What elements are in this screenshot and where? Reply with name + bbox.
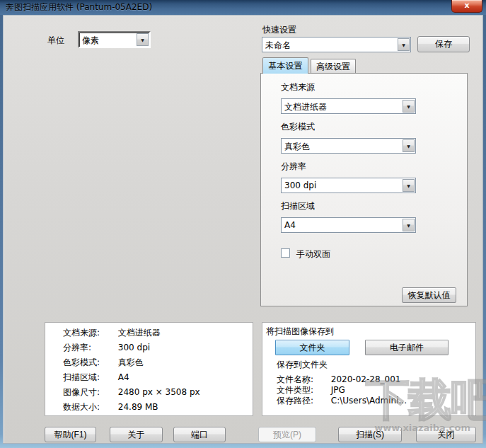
document-source-value: 文档进纸器 [282, 99, 402, 113]
scan-area-dropdown[interactable]: A4 ▼ [281, 217, 416, 233]
color-mode-value: 真彩色 [282, 139, 402, 153]
save-destination-panel: 将扫描图像保存到 文件夹 电子邮件 保存到文件夹 文件名称: 2020-02-2… [262, 322, 476, 416]
chevron-down-icon[interactable]: ▼ [137, 33, 149, 46]
manual-duplex-checkbox[interactable] [281, 248, 290, 258]
window-title: 奔图扫描应用软件 (Pantum-05A2ED) [6, 1, 152, 13]
info-value: 真彩色 [118, 357, 144, 369]
save-path-value: C:\Users\Admini... [331, 396, 407, 406]
close-icon: x [464, 1, 469, 10]
chevron-down-icon[interactable]: ▼ [398, 38, 410, 51]
close-window-button[interactable]: x [451, 0, 482, 13]
info-row: 文档来源: 文档进纸器 [63, 327, 161, 339]
about-button[interactable]: 关于 [110, 427, 163, 442]
color-mode-dropdown[interactable]: 真彩色 ▼ [281, 138, 416, 154]
help-button[interactable]: 帮助(F1) [45, 427, 96, 442]
file-name-value: 2020-02-28_001 [331, 374, 401, 384]
info-row: 色彩模式: 真彩色 [63, 357, 144, 369]
info-value: 文档进纸器 [118, 327, 161, 339]
quick-settings-value: 未命名 [262, 38, 397, 52]
scan-button[interactable]: 扫描(S) [338, 427, 402, 442]
color-mode-label: 色彩模式 [281, 121, 315, 133]
save-path-label: 保存路径: [277, 395, 328, 407]
scan-area-label: 扫描区域 [281, 200, 315, 212]
save-to-email-button[interactable]: 电子邮件 [365, 340, 449, 355]
info-row: 扫描区域: A4 [63, 372, 129, 384]
chevron-down-icon[interactable]: ▼ [403, 100, 415, 113]
save-to-folder-subtitle: 保存到文件夹 [277, 359, 328, 371]
file-type-value: JPG [331, 385, 345, 395]
document-source-dropdown[interactable]: 文档进纸器 ▼ [281, 98, 416, 114]
info-label: 分辨率: [63, 342, 115, 354]
app-window: 奔图扫描应用软件 (Pantum-05A2ED) x 单位 像素 ▼ 快速设置 … [0, 0, 486, 448]
document-source-label: 文档来源 [281, 81, 315, 93]
chevron-down-icon[interactable]: ▼ [403, 179, 415, 192]
info-row: 分辨率: 300 dpi [63, 342, 150, 354]
preview-button: 预览(P) [258, 427, 316, 442]
info-value: 2480 px × 3508 px [118, 387, 200, 397]
unit-dropdown-value: 像素 [79, 33, 136, 47]
info-label: 图像尺寸: [63, 386, 115, 398]
info-value: 300 dpi [118, 343, 150, 352]
resolution-label: 分辨率 [281, 161, 306, 173]
resolution-value: 300 dpi [282, 178, 402, 193]
resolution-dropdown[interactable]: 300 dpi ▼ [281, 178, 416, 193]
info-label: 文档来源: [63, 327, 115, 339]
tab-advanced-settings[interactable]: 高级设置 [311, 59, 356, 74]
scan-area-value: A4 [282, 218, 402, 232]
save-path-row: 保存路径: C:\Users\Admini... [277, 395, 407, 407]
chevron-down-icon[interactable]: ▼ [403, 139, 415, 152]
unit-label: 单位 [47, 35, 64, 47]
save-to-folder-button[interactable]: 文件夹 [275, 340, 349, 355]
chevron-down-icon[interactable]: ▼ [403, 219, 415, 231]
quick-settings-dropdown[interactable]: 未命名 ▼ [262, 37, 411, 52]
info-value: A4 [118, 372, 129, 382]
scan-info-panel: 文档来源: 文档进纸器 分辨率: 300 dpi 色彩模式: 真彩色 扫描区域:… [45, 322, 253, 416]
info-label: 数据大小: [63, 401, 115, 413]
info-row: 图像尺寸: 2480 px × 3508 px [63, 386, 200, 398]
info-row: 数据大小: 24.89 MB [63, 401, 158, 413]
port-button[interactable]: 端口 [173, 427, 226, 442]
unit-dropdown[interactable]: 像素 ▼ [78, 31, 151, 48]
tab-basic-settings[interactable]: 基本设置 [262, 57, 308, 74]
info-label: 扫描区域: [63, 372, 115, 384]
save-destination-title: 将扫描图像保存到 [266, 326, 334, 338]
info-value: 24.89 MB [118, 402, 158, 412]
close-button[interactable]: 关闭 [416, 427, 476, 442]
manual-duplex-label: 手动双面 [296, 248, 330, 260]
info-label: 色彩模式: [63, 357, 115, 369]
titlebar: 奔图扫描应用软件 (Pantum-05A2ED) [0, 0, 486, 15]
quick-settings-label: 快速设置 [262, 24, 296, 36]
restore-defaults-button[interactable]: 恢复默认值 [402, 287, 456, 303]
save-settings-button[interactable]: 保存 [417, 36, 470, 52]
